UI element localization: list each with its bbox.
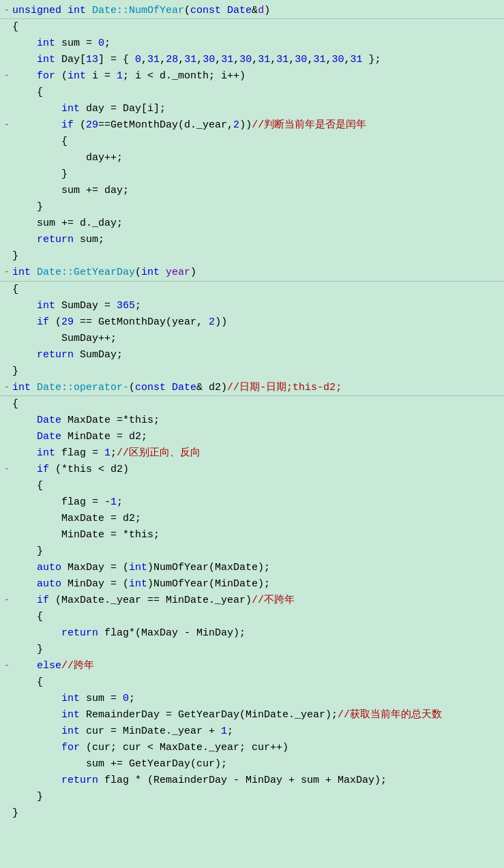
code-line: auto MaxDay = (int)NumOfYear(MaxDate); xyxy=(0,560,504,576)
fold-gutter xyxy=(1,609,12,610)
line-content: Date MaxDate =*this; xyxy=(12,413,503,428)
code-line: auto MinDay = (int)NumOfYear(MinDate); xyxy=(0,576,504,593)
code-line: } xyxy=(0,248,504,265)
fold-gutter xyxy=(1,625,12,626)
code-line: { xyxy=(0,282,504,298)
code-editor: -unsigned int Date::NumOfYear(const Date… xyxy=(0,0,504,824)
fold-gutter xyxy=(1,363,12,364)
line-content: } xyxy=(12,363,503,379)
line-content: { xyxy=(12,134,503,149)
fold-gutter xyxy=(1,773,12,773)
line-content: for (int i = 1; i < d._month; i++) xyxy=(12,68,503,84)
line-content: SumDay++; xyxy=(12,331,503,346)
fold-gutter xyxy=(1,199,12,200)
line-content: } xyxy=(12,789,503,805)
fold-gutter xyxy=(1,19,12,20)
fold-gutter[interactable]: - xyxy=(1,117,12,132)
code-line: { xyxy=(0,85,504,101)
line-content: int sum = 0; xyxy=(12,691,503,706)
line-content: } xyxy=(12,642,503,657)
line-content: int RemainderDay = GetYearDay(MinDate._y… xyxy=(12,707,503,723)
fold-gutter[interactable]: - xyxy=(1,658,12,672)
fold-gutter xyxy=(1,445,12,446)
code-line: int Day[13] = { 0,31,28,31,30,31,30,31,3… xyxy=(0,52,504,68)
code-line: { xyxy=(0,609,504,625)
code-line: { xyxy=(0,134,504,150)
line-content: if (29==GetMonthDay(d._year,2))//判断当前年是否… xyxy=(12,117,503,133)
code-line: sum += day; xyxy=(0,183,504,199)
line-content: { xyxy=(12,609,503,625)
line-content: int Date::operator-(const Date& d2)//日期-… xyxy=(12,380,503,395)
code-line: SumDay++; xyxy=(0,331,504,347)
line-content: int SumDay = 365; xyxy=(12,298,503,314)
fold-gutter xyxy=(1,413,12,413)
line-content: } xyxy=(12,166,503,182)
fold-gutter xyxy=(1,805,12,806)
fold-gutter[interactable]: - xyxy=(1,380,12,394)
fold-gutter xyxy=(1,183,12,183)
line-content: flag = -1; xyxy=(12,494,503,510)
line-content: if (*this < d2) xyxy=(12,462,503,477)
code-line: int flag = 1;//区别正向、反向 xyxy=(0,445,504,462)
fold-gutter xyxy=(1,527,12,528)
code-line: if (29 == GetMonthDay(year, 2)) xyxy=(0,314,504,331)
fold-gutter xyxy=(1,494,12,495)
code-line: } xyxy=(0,166,504,183)
fold-gutter xyxy=(1,282,12,282)
line-content: int Date::GetYearDay(int year) xyxy=(12,265,503,280)
line-content: sum += day; xyxy=(12,183,503,198)
code-line: for (cur; cur < MaxDate._year; cur++) xyxy=(0,740,504,756)
fold-gutter[interactable]: - xyxy=(1,265,12,279)
code-line: Date MinDate = d2; xyxy=(0,429,504,445)
fold-gutter[interactable]: - xyxy=(1,68,12,83)
fold-gutter xyxy=(1,674,12,675)
code-line: } xyxy=(0,199,504,215)
line-content: { xyxy=(12,396,503,412)
code-line: } xyxy=(0,805,504,822)
code-line: - if (*this < d2) xyxy=(0,462,504,478)
code-line: -unsigned int Date::NumOfYear(const Date… xyxy=(0,3,504,19)
line-content: int cur = MinDate._year + 1; xyxy=(12,723,503,739)
fold-gutter xyxy=(1,150,12,151)
fold-gutter xyxy=(1,740,12,740)
code-line: return flag*(MaxDay - MinDay); xyxy=(0,625,504,642)
code-line: { xyxy=(0,396,504,413)
fold-gutter[interactable]: - xyxy=(1,462,12,476)
code-line: Date MaxDate =*this; xyxy=(0,413,504,429)
code-line: -int Date::operator-(const Date& d2)//日期… xyxy=(0,380,504,396)
code-line: - for (int i = 1; i < d._month; i++) xyxy=(0,68,504,85)
fold-gutter xyxy=(1,314,12,315)
fold-gutter xyxy=(1,576,12,577)
fold-gutter xyxy=(1,298,12,299)
line-content: sum += GetYearDay(cur); xyxy=(12,756,503,772)
code-line: - if (29==GetMonthDay(d._year,2))//判断当前年… xyxy=(0,117,504,134)
fold-gutter xyxy=(1,215,12,216)
line-content: } xyxy=(12,805,503,821)
fold-gutter[interactable]: - xyxy=(1,3,12,17)
code-line: day++; xyxy=(0,150,504,166)
line-content: { xyxy=(12,85,503,100)
line-content: int day = Day[i]; xyxy=(12,101,503,117)
code-line: { xyxy=(0,478,504,494)
fold-gutter xyxy=(1,511,12,511)
fold-gutter xyxy=(1,691,12,691)
code-line: flag = -1; xyxy=(0,494,504,511)
line-content: { xyxy=(12,19,503,35)
code-line: { xyxy=(0,674,504,691)
fold-gutter xyxy=(1,35,12,36)
line-content: auto MinDay = (int)NumOfYear(MinDate); xyxy=(12,576,503,592)
line-content: { xyxy=(12,282,503,297)
code-line: return SumDay; xyxy=(0,347,504,363)
code-line: } xyxy=(0,543,504,560)
line-content: if (MaxDate._year == MinDate._year)//不跨年 xyxy=(12,593,503,608)
code-line: - else//跨年 xyxy=(0,658,504,674)
fold-gutter xyxy=(1,723,12,724)
code-line: int RemainderDay = GetYearDay(MinDate._y… xyxy=(0,707,504,723)
fold-gutter xyxy=(1,134,12,134)
line-content: else//跨年 xyxy=(12,658,503,674)
code-line: sum += GetYearDay(cur); xyxy=(0,756,504,773)
code-line: } xyxy=(0,642,504,658)
fold-gutter[interactable]: - xyxy=(1,593,12,607)
code-line: } xyxy=(0,363,504,380)
code-line: MinDate = *this; xyxy=(0,527,504,543)
